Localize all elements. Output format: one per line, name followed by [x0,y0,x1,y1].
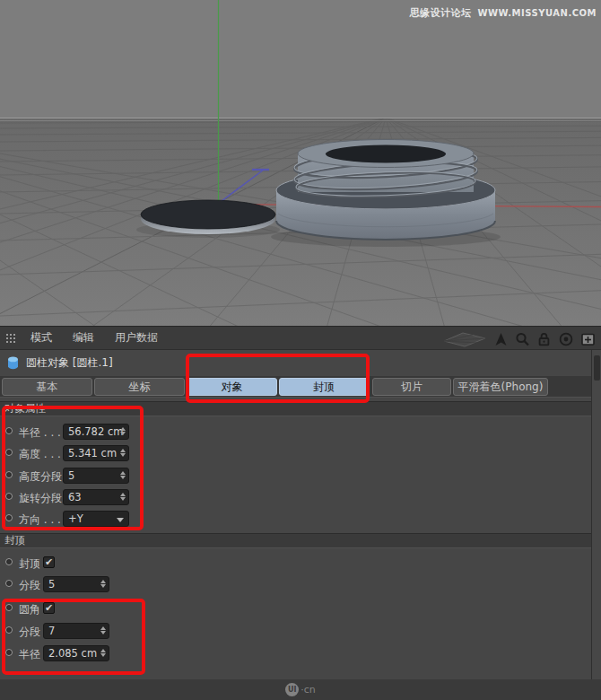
stepper-control[interactable] [120,471,126,479]
footer-bar: UI ·cn [0,679,601,700]
caps-label: 封顶 [19,556,40,572]
menu-user-data[interactable]: 用户数据 [115,330,158,346]
row-height: 高度 . . . 5.341 cm [0,444,591,462]
ui-cn-logo: UI [285,683,299,696]
tab-slice[interactable]: 切片 [372,378,451,396]
keyframe-dot-icon[interactable] [5,649,13,656]
object-title: 圆柱对象 [圆柱.1] [26,355,113,371]
row-height-segments: 高度分段 5 [0,467,591,485]
tab-bar: 基本 坐标 对象 封顶 切片 平滑着色(Phong) [0,376,591,398]
caps-checkbox[interactable]: ✔ [43,556,55,568]
watermark: 思缘设计论坛 WWW.MISSYUAN.COM [410,6,597,20]
keyframe-dot-icon[interactable] [5,626,13,634]
fillet-segments-input[interactable]: 7 [43,623,109,639]
row-caps-toggle: 封顶 ✔ [0,554,591,572]
row-fillet-segments: 分段 7 [0,622,591,640]
stepper-control[interactable] [100,626,106,634]
stepper-control[interactable] [120,449,126,457]
keyframe-dot-icon[interactable] [5,493,13,500]
keyframe-dot-icon[interactable] [5,449,13,456]
watermark-site-name: 思缘设计论坛 [410,6,472,20]
section-caps: 封顶 [0,533,591,548]
row-caps-segments: 分段 5 [0,575,591,593]
panel-scrollbar[interactable] [591,350,601,679]
tab-basic[interactable]: 基本 [2,378,92,396]
rotation-segments-input[interactable]: 63 [63,489,129,505]
viewport-scene [0,0,601,326]
height-segments-input[interactable]: 5 [63,468,129,484]
grip-dots-icon[interactable] [4,332,17,345]
radius-input[interactable]: 56.782 cm [63,424,129,440]
ui-cn-logo-suffix: ·cn [300,684,316,696]
stepper-control[interactable] [100,580,106,588]
watermark-site-url: WWW.MISSYUAN.COM [478,8,597,18]
radius-label: 半径 . . . [19,425,61,441]
cylinder-object-icon [7,356,19,370]
chevron-down-icon [117,518,124,522]
viewport-3d[interactable]: 思缘设计论坛 WWW.MISSYUAN.COM [0,0,601,326]
prism-logo-icon [442,330,487,348]
caps-segments-label: 分段 [19,578,40,593]
object-header: 圆柱对象 [圆柱.1] [0,350,591,375]
cursor-icon[interactable] [493,331,509,347]
height-segments-label: 高度分段 [19,469,62,485]
keyframe-dot-icon[interactable] [5,427,13,434]
check-icon: ✔ [45,557,53,567]
menu-mode[interactable]: 模式 [30,330,52,346]
add-box-icon[interactable] [580,331,596,347]
scrollbar-thumb[interactable] [594,355,600,381]
row-orientation: 方向 . . . +Y [0,510,591,528]
stepper-control[interactable] [120,427,126,435]
keyframe-dot-icon[interactable] [5,558,13,565]
stepper-control[interactable] [100,649,106,657]
section-object-properties: 对象属性 [0,401,591,416]
search-icon[interactable] [515,331,530,347]
stepper-control[interactable] [120,493,126,501]
check-icon: ✔ [45,603,53,613]
tab-caps[interactable]: 封顶 [279,378,369,396]
cylinder-disc-object[interactable] [136,200,280,238]
height-label: 高度 . . . [19,447,61,462]
keyframe-dot-icon[interactable] [5,514,13,521]
attribute-manager-menubar: 模式 编辑 用户数据 [0,326,601,350]
fillet-label: 圆角 [19,602,40,617]
fillet-checkbox[interactable]: ✔ [43,602,55,614]
row-fillet-toggle: 圆角 ✔ [0,599,591,617]
attribute-panel: 圆柱对象 [圆柱.1] 基本 坐标 对象 封顶 切片 平滑着色(Phong) 对… [0,350,591,679]
row-radius: 半径 . . . 56.782 cm [0,423,591,441]
lock-icon[interactable] [536,331,552,347]
jar-object[interactable] [271,140,501,248]
orientation-select[interactable]: +Y [63,511,129,527]
target-icon[interactable] [558,331,574,347]
keyframe-dot-icon[interactable] [5,604,13,611]
tab-coordinates[interactable]: 坐标 [94,378,185,396]
height-input[interactable]: 5.341 cm [63,445,129,461]
fillet-radius-label: 半径 [19,647,40,662]
tab-phong[interactable]: 平滑着色(Phong) [453,378,548,396]
cinema4d-window: 思缘设计论坛 WWW.MISSYUAN.COM 模式 编辑 用户数据 [0,0,601,700]
row-fillet-radius: 半径 2.085 cm [0,644,591,662]
menu-edit[interactable]: 编辑 [73,330,94,346]
tab-object[interactable]: 对象 [187,378,277,396]
caps-segments-input[interactable]: 5 [43,576,109,592]
row-rotation-segments: 旋转分段 63 [0,488,591,506]
keyframe-dot-icon[interactable] [5,580,13,587]
keyframe-dot-icon[interactable] [5,471,13,478]
rotation-segments-label: 旋转分段 [19,491,62,506]
fillet-radius-input[interactable]: 2.085 cm [43,645,109,661]
orientation-label: 方向 . . . [19,512,61,528]
fillet-segments-label: 分段 [19,625,40,640]
